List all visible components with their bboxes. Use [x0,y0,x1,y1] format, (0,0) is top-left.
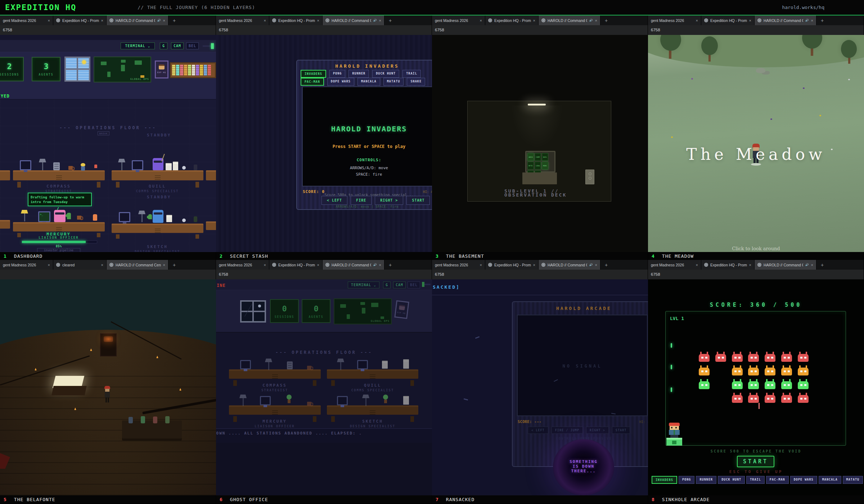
url-bar[interactable] [0,270,216,279]
url-bar[interactable]: 6758 [216,270,432,279]
browser-tab[interactable]: HAROLD // Command Cen🔊× [539,260,600,270]
game-select-button[interactable]: INVADERS [652,476,677,484]
game-control-button[interactable]: FIRE / JUMP [552,427,583,434]
tab-close-icon[interactable]: × [533,18,535,23]
new-tab-button[interactable]: + [168,260,180,270]
new-tab-button[interactable]: + [816,15,828,25]
tab-close-icon[interactable]: × [101,263,103,267]
new-tab-button[interactable]: + [168,15,180,25]
browser-tab[interactable]: Expedition HQ - Promo Grid× [53,15,107,25]
tab-close-icon[interactable]: × [163,18,165,23]
console-lever-olive[interactable] [165,416,170,423]
browser-tab[interactable]: gent Madness 2026× [432,260,485,270]
browser-tab[interactable]: gent Madness 2026× [0,260,53,270]
console-lever-green[interactable] [141,416,145,423]
game-select-button[interactable]: MANCALA [819,476,841,484]
terminal-dropdown[interactable]: TERMINAL ⌄ [348,282,379,288]
game-tab[interactable]: INVADERS [301,70,326,78]
url-bar[interactable]: 6758 [648,25,864,35]
elevator-button-up[interactable] [589,172,591,175]
browser-tab[interactable]: HAROLD // Command Center× [107,260,168,270]
tab-close-icon[interactable]: × [317,263,319,267]
browser-tab[interactable]: Expedition HQ - Promo Grid× [269,260,323,270]
terminal-dropdown[interactable]: TERMINAL ⌄ [121,42,155,49]
game-select-button[interactable]: DUCK HUNT [718,476,745,484]
console-lever-red[interactable] [153,417,157,423]
game-tab[interactable]: PAC-MAN [301,78,324,86]
game-select-button[interactable]: MATATU [843,476,863,484]
browser-tab[interactable]: Expedition HQ - Promo Grid× [269,15,323,25]
tab-close-icon[interactable]: × [749,263,751,267]
game-select-button[interactable]: RUNNER [696,476,716,484]
tab-close-icon[interactable]: × [379,263,381,267]
browser-tab[interactable]: gent Madness 2026× [216,15,269,25]
url-bar[interactable]: 6758 [0,25,216,35]
console-lever-blue[interactable] [129,417,133,423]
tab-close-icon[interactable]: × [595,18,597,23]
tab-close-icon[interactable]: × [48,18,50,23]
browser-tab[interactable]: HAROLD // Command Cen🔊× [755,15,816,25]
browser-tab[interactable]: HAROLD // Command Cen🔊× [107,15,168,25]
browser-tab[interactable]: gent Madness 2026× [0,15,53,25]
new-tab-button[interactable]: + [600,15,612,25]
tab-close-icon[interactable]: × [163,263,165,267]
browser-tab[interactable]: gent Madness 2026× [432,15,485,25]
browser-tab[interactable]: Expedition HQ - Promo Grid× [485,15,539,25]
tab-close-icon[interactable]: × [317,18,319,23]
browser-tab[interactable]: Expedition HQ - Promo Grid× [485,260,539,270]
game-tab[interactable]: TRAIL [402,70,421,78]
new-tab-button[interactable]: + [600,260,612,270]
game-control-button[interactable]: < LEFT [321,196,347,205]
browser-tab[interactable]: HAROLD // Command Cen🔊× [323,15,384,25]
game-select-button[interactable]: DOPE WARS [790,476,817,484]
browser-tab[interactable]: gent Madness 2026× [648,15,701,25]
new-tab-button[interactable]: + [816,260,828,270]
tab-close-icon[interactable]: × [379,18,381,23]
tab-close-icon[interactable]: × [264,18,266,23]
browser-tab[interactable]: HAROLD // Command Cen🔊× [539,15,600,25]
game-control-button[interactable]: START [406,196,430,205]
url-bar[interactable]: 6758 [648,270,864,279]
tab-close-icon[interactable]: × [48,263,50,267]
browser-tab[interactable]: Expedition HQ - Promo Grid× [701,260,755,270]
game-control-button[interactable]: < LEFT [528,427,548,434]
tab-close-icon[interactable]: × [101,18,103,23]
browser-tab[interactable]: Expedition HQ - Promo Grid× [701,15,755,25]
game-tab[interactable]: PONG [329,70,345,78]
url-bar[interactable]: 6758 [216,25,432,35]
tab-close-icon[interactable]: × [480,18,482,23]
tab-close-icon[interactable]: × [480,263,482,267]
volume-slider-knob[interactable] [211,43,214,49]
game-select-button[interactable]: PONG [679,476,694,484]
game-select-button[interactable]: TRAIL [746,476,765,484]
game-control-button[interactable]: RIGHT > [586,427,609,434]
game-tab[interactable]: DOPE WARS [327,78,354,86]
browser-tab[interactable]: cleared× [53,260,107,270]
game-control-button[interactable]: RIGHT > [375,196,403,205]
tab-close-icon[interactable]: × [811,18,813,23]
game-tab[interactable]: RUNNER [348,70,369,78]
url-bar[interactable]: 6758 [432,270,648,279]
tab-close-icon[interactable]: × [533,263,535,267]
browser-tab[interactable]: HAROLD // Command Cen🔊× [755,260,816,270]
cam-button[interactable]: CAM [393,282,406,288]
g-button[interactable]: G [383,282,391,288]
tab-close-icon[interactable]: × [696,263,698,267]
tab-close-icon[interactable]: × [696,18,698,23]
tab-close-icon[interactable]: × [811,263,813,267]
game-control-button[interactable]: FIRE [351,196,372,205]
elevator-button-down[interactable] [589,177,591,180]
game-tab[interactable]: DUCK HUNT [372,70,399,78]
browser-tab[interactable]: gent Madness 2026× [648,260,701,270]
browser-tab[interactable]: gent Madness 2026× [216,260,269,270]
tab-close-icon[interactable]: × [595,263,597,267]
browser-tab[interactable]: HAROLD // Command Cen🔊× [323,260,384,270]
start-button[interactable]: START [737,456,774,467]
cam-button[interactable]: CAM [171,42,184,49]
new-tab-button[interactable]: + [384,15,396,25]
new-tab-button[interactable]: + [384,260,396,270]
tab-close-icon[interactable]: × [264,263,266,267]
bel-button[interactable]: BEL [186,42,199,49]
game-tab[interactable]: MANCALA [357,78,380,86]
bel-button[interactable]: BEL [408,282,420,288]
